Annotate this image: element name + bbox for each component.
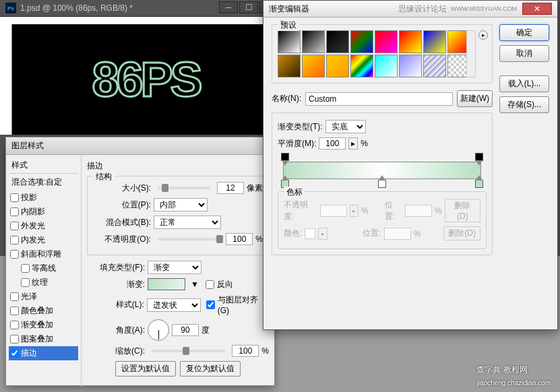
preset-swatch[interactable] — [375, 30, 398, 53]
smooth-label: 平滑度(M): — [278, 138, 316, 150]
preset-swatch[interactable] — [375, 55, 398, 77]
style-item-4[interactable]: 斜面和浮雕 — [9, 247, 78, 261]
style-item-6[interactable]: 纹理 — [9, 275, 78, 290]
layer-style-sidebar: 样式 混合选项:自定 投影内阴影外发光内发光斜面和浮雕等高线纹理光泽颜色叠加渐变… — [6, 155, 82, 387]
style-item-label: 投影 — [21, 192, 37, 203]
preset-swatch[interactable] — [350, 30, 373, 53]
style-checkbox[interactable] — [21, 278, 30, 287]
angle-control[interactable] — [148, 319, 169, 341]
preset-swatch[interactable] — [326, 55, 349, 77]
align-checkbox[interactable] — [206, 300, 215, 309]
gradient-editor-titlebar[interactable]: 渐变编辑器 思缘设计论坛 WWW.MISSYUAN.COM ✕ — [263, 1, 557, 18]
align-label: 与图层对齐(G) — [218, 294, 269, 315]
position-select[interactable]: 内部 — [154, 198, 208, 211]
preset-swatch[interactable] — [278, 55, 301, 77]
opacity-slider[interactable] — [158, 238, 219, 240]
style-checkbox[interactable] — [10, 250, 19, 259]
scale-input[interactable] — [232, 345, 259, 357]
style-item-11[interactable]: 描边 — [9, 346, 78, 360]
new-button[interactable]: 新建(W) — [457, 90, 493, 107]
style-item-7[interactable]: 光泽 — [9, 290, 78, 304]
style-label: 样式(L): — [87, 299, 144, 311]
gradient-swatch[interactable] — [148, 278, 185, 290]
style-checkbox[interactable] — [10, 349, 19, 358]
save-button[interactable]: 存储(S)... — [499, 96, 549, 113]
opacity-stop[interactable] — [475, 153, 483, 161]
style-item-0[interactable]: 投影 — [9, 191, 78, 205]
gradient-name-input[interactable] — [305, 92, 453, 106]
presets-menu-button[interactable]: ▸ — [478, 30, 488, 40]
style-item-9[interactable]: 渐变叠加 — [9, 318, 78, 332]
preset-swatch[interactable] — [350, 55, 373, 77]
style-checkbox[interactable] — [10, 222, 19, 230]
style-checkbox[interactable] — [10, 306, 19, 315]
style-select[interactable]: 迸发状 — [147, 298, 201, 312]
preset-swatch[interactable] — [423, 55, 446, 77]
style-checkbox[interactable] — [10, 321, 19, 329]
blend-options-item[interactable]: 混合选项:自定 — [9, 174, 78, 191]
brand-text: 思缘设计论坛 — [398, 3, 447, 15]
gradient-bar[interactable] — [283, 162, 481, 179]
dialog-close-button[interactable]: ✕ — [522, 3, 552, 15]
minimize-button[interactable]: ─ — [219, 1, 238, 13]
watermark: 查字典 教程网 jiaocheng.chazidian.com — [476, 363, 551, 388]
name-label: 名称(N): — [272, 93, 301, 104]
style-item-3[interactable]: 内发光 — [9, 233, 78, 247]
reset-default-button[interactable]: 复位为默认值 — [180, 361, 241, 377]
load-button[interactable]: 载入(L)... — [499, 75, 549, 92]
canvas[interactable]: 86PS — [12, 24, 280, 135]
photoshop-document-window: Ps 1.psd @ 100% (86ps, RGB/8) * ─ ☐ ✕ 86… — [0, 0, 280, 135]
scale-slider[interactable] — [152, 350, 225, 352]
cancel-button[interactable]: 取消 — [499, 45, 549, 62]
style-checkbox[interactable] — [10, 193, 19, 202]
style-item-label: 内阴影 — [21, 206, 45, 218]
layer-style-dialog: 图层样式 样式 混合选项:自定 投影内阴影外发光内发光斜面和浮雕等高线纹理光泽颜… — [5, 137, 275, 386]
opacity-stop[interactable] — [281, 153, 289, 161]
preset-swatch[interactable] — [399, 30, 422, 53]
reverse-checkbox[interactable] — [206, 280, 214, 289]
style-item-1[interactable]: 内阴影 — [9, 205, 78, 219]
color-stop[interactable] — [378, 180, 386, 188]
angle-label: 角度(A): — [87, 325, 145, 336]
document-titlebar[interactable]: Ps 1.psd @ 100% (86ps, RGB/8) * ─ ☐ ✕ — [0, 0, 280, 17]
smooth-spinner[interactable]: ▸ — [348, 137, 358, 150]
preset-swatch[interactable] — [326, 30, 349, 53]
gradient-editor-dialog: 渐变编辑器 思缘设计论坛 WWW.MISSYUAN.COM ✕ 预设 — [263, 0, 558, 330]
ruler-vertical[interactable] — [0, 24, 12, 135]
smooth-input[interactable] — [319, 137, 346, 150]
preset-swatch[interactable] — [302, 55, 325, 77]
style-checkbox[interactable] — [10, 207, 19, 216]
style-checkbox[interactable] — [10, 236, 19, 244]
gradient-type-select[interactable]: 实底 — [325, 120, 366, 133]
stop-opacity-label: 不透明度: — [284, 199, 317, 222]
layer-style-title[interactable]: 图层样式 — [6, 137, 274, 155]
size-slider[interactable] — [158, 187, 210, 189]
style-item-2[interactable]: 外发光 — [9, 219, 78, 233]
stop-color-label: 颜色: — [284, 228, 302, 239]
fill-type-select[interactable]: 渐变 — [148, 261, 201, 274]
style-checkbox[interactable] — [21, 264, 30, 273]
preset-swatch[interactable] — [278, 30, 301, 53]
set-default-button[interactable]: 设置为默认值 — [115, 361, 176, 377]
style-checkbox[interactable] — [10, 292, 19, 301]
preset-swatch[interactable] — [423, 30, 446, 53]
size-input[interactable] — [217, 182, 244, 194]
opacity-input[interactable] — [226, 233, 253, 245]
style-item-10[interactable]: 图案叠加 — [9, 332, 78, 346]
maximize-button[interactable]: ☐ — [239, 1, 258, 13]
stop-color-swatch — [305, 228, 315, 239]
fill-type-label: 填充类型(F): — [87, 262, 145, 273]
style-item-8[interactable]: 颜色叠加 — [9, 304, 78, 318]
preset-swatch[interactable] — [302, 30, 325, 53]
style-checkbox[interactable] — [10, 335, 19, 344]
angle-input[interactable] — [172, 324, 199, 336]
ok-button[interactable]: 确定 — [499, 24, 549, 41]
stop-opacity-input — [320, 205, 347, 217]
preset-swatch[interactable] — [399, 55, 422, 77]
blend-mode-select[interactable]: 正常 — [154, 216, 221, 229]
preset-grid — [278, 30, 476, 77]
style-item-5[interactable]: 等高线 — [9, 261, 78, 275]
color-stop[interactable] — [475, 180, 483, 188]
styles-header[interactable]: 样式 — [9, 158, 78, 174]
presets-scrollbar[interactable] — [466, 30, 476, 77]
